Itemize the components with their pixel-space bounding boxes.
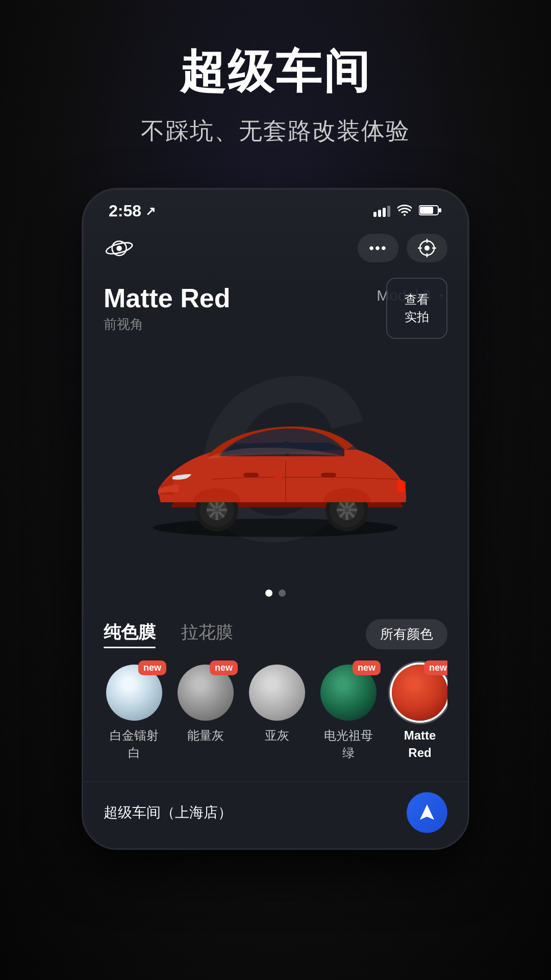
status-time: 2:58 ↗ [109, 202, 156, 220]
navigation-icon [417, 802, 437, 823]
swatch-label: 电光祖母 绿 [324, 727, 373, 761]
swatch-label: 能量灰 [187, 727, 224, 744]
new-badge: new [138, 660, 166, 675]
shop-name: 超级车间（上海店） [104, 803, 232, 822]
new-badge: new [424, 660, 447, 675]
status-icons [373, 205, 442, 218]
page-title: 超级车间 [31, 41, 520, 103]
svg-rect-1 [420, 207, 433, 214]
battery-icon [419, 205, 442, 218]
swatch-sub-gray[interactable]: 亚灰 [246, 665, 308, 761]
swatch-energy-gray[interactable]: new 能量灰 [175, 665, 236, 761]
page-dot-inactive [279, 590, 286, 597]
swatch-circle [249, 665, 305, 721]
page-subtitle: 不踩坑、无套路改装体验 [31, 115, 520, 147]
app-logo[interactable] [104, 235, 139, 261]
car-view-section: Matte Red 前视角 Model 3 查看实拍 [83, 273, 468, 614]
swatch-platinum-white[interactable]: new 白金镭射 白 [104, 665, 165, 761]
phone-frame: 2:58 ↗ [82, 188, 469, 850]
car-angle-label: 前视角 [104, 315, 230, 333]
phone-mockup: 2:58 ↗ [82, 188, 469, 980]
wifi-icon [397, 205, 412, 218]
page-dot-active [265, 590, 272, 597]
page-indicator [104, 581, 447, 609]
film-tabs-header: 纯色膜 拉花膜 所有颜色 [104, 619, 447, 649]
location-icon: ↗ [145, 204, 156, 218]
tab-pattern-film[interactable]: 拉花膜 [181, 621, 233, 648]
color-swatches-container: new 白金镭射 白 new 能量 [104, 659, 447, 771]
bottom-bar: 超级车间（上海店） [83, 781, 468, 848]
car-display-area: C [104, 336, 447, 581]
film-tabs: 纯色膜 拉花膜 [104, 621, 233, 648]
swatch-label: Matte Red [404, 727, 436, 761]
swatch-matte-red[interactable]: new Matte Red [389, 665, 447, 761]
tab-solid-film[interactable]: 纯色膜 [104, 621, 156, 648]
real-photo-label: 查看实拍 [405, 291, 429, 325]
real-photo-button[interactable]: 查看实拍 [386, 278, 447, 339]
swatch-label: 白金镭射 白 [110, 727, 159, 761]
new-badge: new [210, 660, 238, 675]
svg-rect-15 [244, 473, 258, 477]
svg-rect-2 [439, 208, 441, 212]
new-badge: new [353, 660, 381, 675]
svg-rect-41 [274, 475, 282, 479]
film-tabs-section: 纯色膜 拉花膜 所有颜色 [83, 614, 468, 781]
header-actions: ••• [358, 234, 447, 262]
signal-icon [373, 206, 390, 217]
car-name: Matte Red [104, 283, 230, 313]
page-header: 超级车间 不踩坑、无套路改装体验 [0, 0, 551, 167]
target-icon [418, 239, 436, 257]
car-name-section: Matte Red 前视角 [104, 283, 230, 333]
svg-point-5 [116, 246, 122, 251]
navigation-button[interactable] [407, 792, 447, 833]
svg-point-7 [424, 246, 430, 251]
swatch-label: 亚灰 [265, 727, 289, 744]
swatch-electric-green[interactable]: new 电光祖母 绿 [318, 665, 379, 761]
all-colors-button[interactable]: 所有颜色 [366, 619, 447, 649]
svg-rect-16 [321, 473, 336, 477]
scan-button[interactable] [407, 234, 447, 262]
status-bar: 2:58 ↗ [83, 189, 468, 226]
app-header: ••• [83, 226, 468, 273]
more-button[interactable]: ••• [358, 234, 398, 262]
car-image [117, 372, 434, 546]
